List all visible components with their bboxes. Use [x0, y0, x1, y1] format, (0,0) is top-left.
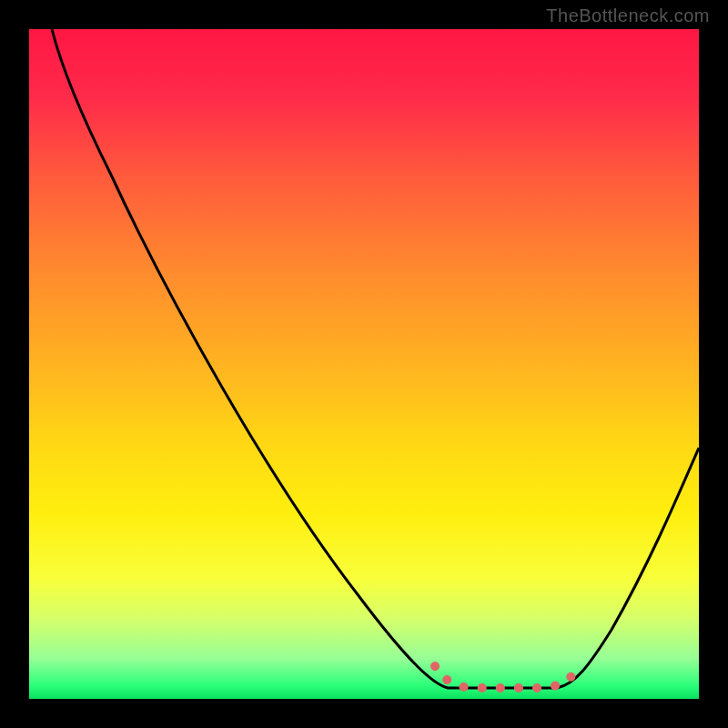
- watermark-text: TheBottleneck.com: [546, 5, 710, 26]
- gradient-plot-area: [29, 29, 699, 699]
